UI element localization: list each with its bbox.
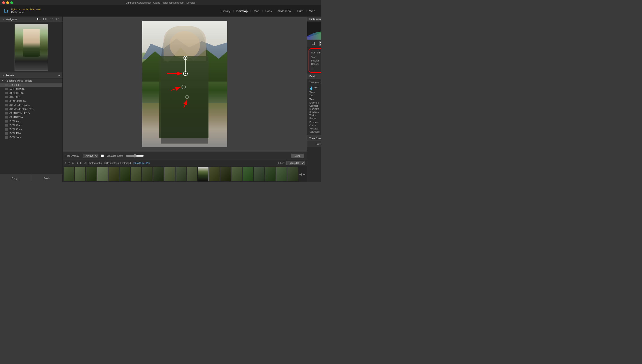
- filmstrip-thumb[interactable]: [97, 167, 108, 181]
- right-panel: Histogram ▲: [307, 16, 321, 182]
- preset-item-darken[interactable]: -DARKEN-: [0, 95, 63, 99]
- spot-heal-tool[interactable]: [319, 41, 321, 46]
- previous-button[interactable]: Previous: [307, 141, 321, 147]
- image-container[interactable]: ◀: [63, 16, 307, 152]
- filmstrip-thumb[interactable]: [86, 167, 97, 181]
- filmstrip-controls: 1 2 ⊞ ◀ ▶ All Photographs 6311 photos / …: [63, 160, 307, 166]
- preset-item-bw-elliot[interactable]: B+W: Elliot: [0, 131, 63, 135]
- nav-links: Library | Develop | Map | Book | Slidesh…: [219, 8, 317, 14]
- prev-arrow[interactable]: ◀: [76, 162, 78, 164]
- bottom-toolbar: Tool Overlay : Always Visualize Spots Do…: [63, 152, 307, 160]
- copy-button[interactable]: Copy...: [0, 174, 31, 182]
- filmstrip-thumb[interactable]: [276, 167, 287, 181]
- nav-map[interactable]: Map: [251, 8, 262, 14]
- page-2-button[interactable]: 2: [69, 162, 70, 164]
- feather-label: Feather: [311, 60, 321, 62]
- filmstrip-prev-icon[interactable]: ◀: [299, 172, 302, 176]
- tone-curve-header[interactable]: Tone Curve ▼: [307, 136, 321, 141]
- all-photos-label: All Photographs: [84, 162, 102, 164]
- basic-section: Basic ▲ Treatment : Color Black & White …: [307, 74, 321, 136]
- preset-name: B+W: Coco: [10, 128, 22, 130]
- filmstrip-thumb[interactable]: [75, 167, 86, 181]
- eyedropper-icon[interactable]: 💧: [309, 86, 313, 90]
- nav-library[interactable]: Library: [219, 8, 233, 14]
- grid-icon[interactable]: ⊞: [72, 162, 74, 164]
- preset-icon: [5, 92, 8, 94]
- filmstrip-thumb[interactable]: [243, 167, 253, 181]
- zoom-1-1[interactable]: 1:1: [50, 18, 54, 20]
- preset-item-brighten[interactable]: -BRIGHTEN-: [0, 91, 63, 95]
- filmstrip-thumb[interactable]: [220, 167, 231, 181]
- temp-row: Temp 0: [309, 91, 321, 94]
- paste-button[interactable]: Paste: [31, 174, 63, 182]
- filmstrip-thumb[interactable]: [131, 167, 141, 181]
- preset-icon: [5, 96, 8, 98]
- preset-item-bw-coco[interactable]: B+W: Coco: [0, 127, 63, 131]
- topbar: Lr Lightroom mobile trial expired Kelly …: [0, 5, 321, 16]
- exposure-row: Exposure +1.05: [309, 102, 321, 104]
- presets-title: Presets: [6, 74, 15, 77]
- filmstrip-thumb[interactable]: [265, 167, 276, 181]
- filmstrip-thumb[interactable]: [153, 167, 164, 181]
- filmstrip-thumb[interactable]: [209, 167, 220, 181]
- preset-item-remove-grain[interactable]: -REMOVE GRAIN-: [0, 103, 63, 107]
- filmstrip-thumb[interactable]: [164, 167, 175, 181]
- main-area: ◀: [63, 16, 307, 182]
- preset-item-reset[interactable]: --RESET--: [0, 83, 63, 87]
- filmstrip-next-icon[interactable]: ▶: [303, 172, 305, 176]
- filmstrip-thumb-selected[interactable]: [198, 167, 209, 181]
- preset-item-remove-sharpen[interactable]: -REMOVE SHARPEN-: [0, 107, 63, 111]
- basic-section-header[interactable]: Basic ▲: [307, 74, 321, 79]
- filmstrip-thumb[interactable]: [254, 167, 264, 181]
- preset-item-sharpen-less[interactable]: -SHARPEN LESS-: [0, 111, 63, 115]
- filmstrip-thumb[interactable]: [64, 167, 74, 181]
- zoom-fit[interactable]: FIT: [36, 18, 41, 20]
- nav-print[interactable]: Print: [295, 8, 306, 14]
- nav-develop[interactable]: Develop: [234, 8, 250, 14]
- filter-select[interactable]: Filters Off: [286, 161, 305, 165]
- visualize-slider[interactable]: [126, 154, 144, 158]
- preset-group-header[interactable]: ▼ A Beautiful Mess Presets: [0, 78, 63, 83]
- add-preset-button[interactable]: +: [58, 74, 60, 77]
- preset-item-bw-ava[interactable]: B+W: Ava: [0, 119, 63, 123]
- overlay-select[interactable]: Always: [83, 154, 99, 158]
- preset-item-bw-june[interactable]: B+W: June: [0, 135, 63, 139]
- filmstrip-thumb[interactable]: [187, 167, 197, 181]
- maximize-button[interactable]: [10, 1, 13, 4]
- spot-checkbox[interactable]: [311, 67, 314, 70]
- filmstrip-thumb[interactable]: [175, 167, 186, 181]
- tone-curve-title: Tone Curve: [309, 137, 321, 140]
- preset-item-add-grain[interactable]: -ADD GRAIN-: [0, 87, 63, 91]
- basic-title: Basic: [309, 75, 316, 78]
- filmstrip-thumb[interactable]: [142, 167, 153, 181]
- nav-book[interactable]: Book: [263, 8, 274, 14]
- svg-line-10: [184, 100, 187, 108]
- filmstrip-thumb[interactable]: [287, 167, 298, 181]
- close-button[interactable]: [2, 1, 5, 4]
- navigator-thumbnail[interactable]: [0, 22, 63, 72]
- preset-icon: [5, 112, 8, 114]
- page-1-button[interactable]: 1: [65, 162, 66, 164]
- nav-web[interactable]: Web: [307, 8, 318, 14]
- crop-tool[interactable]: [311, 41, 316, 46]
- preset-name: B+W: Clare: [10, 124, 22, 126]
- preset-item-bw-clare[interactable]: B+W: Clare: [0, 123, 63, 127]
- filmstrip-thumb[interactable]: [231, 167, 242, 181]
- filmstrip-thumb[interactable]: [120, 167, 130, 181]
- visualize-spots-checkbox[interactable]: [101, 154, 104, 157]
- trial-text: Lightroom mobile trial expired: [11, 8, 41, 11]
- zoom-2-1[interactable]: 2:1: [55, 18, 60, 20]
- exposure-label: Exposure: [309, 102, 321, 104]
- filmstrip-thumb[interactable]: [108, 167, 119, 181]
- next-arrow[interactable]: ▶: [80, 162, 82, 164]
- main-photo: [142, 21, 227, 147]
- done-button[interactable]: Done: [291, 154, 304, 158]
- prev-reset-row: Previous Reset: [307, 141, 321, 147]
- preset-name: B+W: June: [10, 136, 22, 138]
- preset-item-less-grain[interactable]: -LESS GRAIN-: [0, 99, 63, 103]
- zoom-fill[interactable]: FILL: [42, 18, 49, 20]
- clarity-label: Clarity: [309, 124, 321, 127]
- nav-slideshow[interactable]: Slideshow: [276, 8, 293, 14]
- minimize-button[interactable]: [6, 1, 9, 4]
- preset-item-sharpen[interactable]: -SHARPEN-: [0, 115, 63, 119]
